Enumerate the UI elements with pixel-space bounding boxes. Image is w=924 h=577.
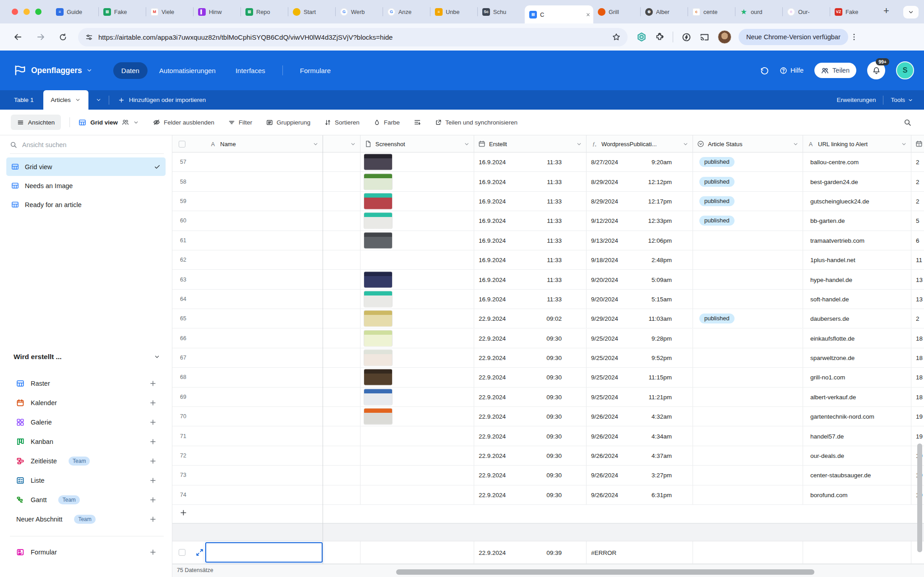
cell-name[interactable] bbox=[205, 388, 323, 406]
new-tab-button[interactable]: + bbox=[883, 5, 889, 17]
screenshot-thumbnail[interactable] bbox=[364, 213, 392, 229]
screenshot-thumbnail[interactable] bbox=[364, 174, 392, 189]
cell-article-status[interactable]: published bbox=[693, 211, 803, 230]
cell-wordpress-publication[interactable]: 9/26/20246:31pm bbox=[587, 485, 693, 504]
cell-name[interactable] bbox=[205, 446, 323, 465]
add-view-plus-icon[interactable] bbox=[149, 399, 157, 406]
cell-name[interactable] bbox=[205, 348, 323, 367]
cell-name[interactable] bbox=[205, 231, 323, 250]
add-or-import-table-button[interactable]: Hinzufügen oder importieren bbox=[109, 90, 215, 110]
cell-article-status[interactable]: published bbox=[693, 152, 803, 171]
browser-profile-avatar[interactable] bbox=[718, 30, 731, 44]
browser-tab[interactable]: ccente bbox=[688, 0, 735, 23]
cell-extra-date[interactable]: 2 bbox=[911, 172, 924, 191]
cell-url[interactable]: ballou-centre.com bbox=[803, 152, 911, 171]
column-chevron-icon[interactable] bbox=[683, 141, 688, 147]
column-chevron-icon[interactable] bbox=[313, 141, 319, 147]
cell-article-status[interactable] bbox=[693, 466, 803, 485]
share-button[interactable]: Teilen bbox=[814, 63, 856, 78]
screenshot-thumbnail[interactable] bbox=[364, 232, 392, 248]
column-chevron-icon[interactable] bbox=[350, 141, 356, 147]
cell-url[interactable]: einkaufsflotte.de bbox=[803, 329, 911, 348]
view-search[interactable] bbox=[10, 141, 164, 148]
cell-url[interactable]: center-staubsauger.de bbox=[803, 466, 911, 485]
cell-hidden-field[interactable] bbox=[323, 407, 360, 426]
screenshot-thumbnail[interactable] bbox=[364, 409, 392, 425]
cell-created[interactable]: 16.9.202411:33 bbox=[474, 290, 587, 309]
row-number[interactable]: 74 bbox=[172, 485, 205, 504]
cell-url[interactable]: hype-handel.de bbox=[803, 270, 911, 289]
cell-hidden-field[interactable] bbox=[323, 192, 360, 211]
cell-wordpress-publication[interactable]: 9/29/202411:03am bbox=[587, 309, 693, 328]
screenshot-thumbnail[interactable] bbox=[364, 369, 392, 385]
cell-name[interactable] bbox=[205, 152, 323, 171]
cell-hidden-field[interactable] bbox=[323, 211, 360, 230]
horizontal-scrollbar[interactable] bbox=[396, 569, 814, 575]
browser-tab[interactable]: ⊞Repo bbox=[241, 0, 288, 23]
nav-formulare[interactable]: Formulare bbox=[292, 62, 339, 79]
cell-hidden-field[interactable] bbox=[323, 250, 360, 269]
cell-name[interactable] bbox=[205, 368, 323, 387]
cell-hidden-field[interactable] bbox=[323, 172, 360, 191]
create-view-gantt[interactable]: GanttTeam bbox=[0, 490, 172, 509]
cell-created[interactable]: 22.9.202409:30 bbox=[474, 485, 587, 504]
cell-screenshot[interactable] bbox=[360, 388, 474, 406]
screenshot-thumbnail[interactable] bbox=[364, 291, 392, 307]
screenshot-thumbnail[interactable] bbox=[364, 154, 392, 170]
cell-article-status[interactable]: published bbox=[693, 309, 803, 328]
cell-article-status[interactable]: published bbox=[693, 192, 803, 211]
browser-tab[interactable]: ≡Unbe bbox=[430, 0, 477, 23]
cell-wordpress-publication[interactable]: 9/12/202412:33pm bbox=[587, 211, 693, 230]
row-number[interactable]: 60 bbox=[172, 211, 205, 230]
row-number[interactable]: 71 bbox=[172, 426, 205, 445]
add-view-plus-icon[interactable] bbox=[149, 438, 157, 445]
cell-screenshot[interactable] bbox=[360, 368, 474, 387]
select-all-checkbox[interactable] bbox=[179, 141, 185, 148]
cell-created[interactable]: 16.9.202411:33 bbox=[474, 231, 587, 250]
cell-name[interactable] bbox=[205, 309, 323, 328]
cell-hidden-field[interactable] bbox=[323, 270, 360, 289]
cell-screenshot[interactable] bbox=[360, 192, 474, 211]
row-number[interactable]: 66 bbox=[172, 329, 205, 348]
url-text[interactable]: https://airtable.com/appa3i7uwxquuz82n/t… bbox=[98, 33, 607, 41]
row-height-button[interactable] bbox=[414, 119, 421, 126]
cell-wordpress-publication[interactable]: 9/25/20249:28pm bbox=[587, 329, 693, 348]
create-view-galerie[interactable]: Galerie bbox=[0, 412, 172, 432]
row-number[interactable]: 72 bbox=[172, 446, 205, 465]
cell-extra-date[interactable]: 13 bbox=[911, 270, 924, 289]
extensions-puzzle-icon[interactable] bbox=[655, 32, 664, 42]
reload-button[interactable] bbox=[59, 33, 67, 42]
create-view-liste[interactable]: Liste bbox=[0, 471, 172, 490]
cell-hidden-field[interactable] bbox=[323, 541, 360, 563]
hide-fields-button[interactable]: Felder ausblenden bbox=[153, 119, 214, 126]
cell-created[interactable]: 16.9.202411:33 bbox=[474, 270, 587, 289]
cell-url[interactable]: our-deals.de bbox=[803, 446, 911, 465]
cell-article-status[interactable] bbox=[693, 329, 803, 348]
filter-button[interactable]: Filter bbox=[228, 119, 252, 126]
add-record-row[interactable] bbox=[172, 505, 924, 523]
vertical-scrollbar[interactable] bbox=[917, 443, 922, 552]
cell-screenshot[interactable] bbox=[360, 231, 474, 250]
browser-tab[interactable]: ○Our- bbox=[783, 0, 830, 23]
table-tab-articles[interactable]: Articles bbox=[43, 90, 88, 110]
cell-hidden-field[interactable] bbox=[323, 426, 360, 445]
cell-hidden-field[interactable] bbox=[323, 446, 360, 465]
column-header-url[interactable]: AURL linking to Alert bbox=[803, 135, 911, 152]
cell-hidden-field[interactable] bbox=[323, 231, 360, 250]
cell-screenshot[interactable] bbox=[360, 446, 474, 465]
cell-screenshot[interactable] bbox=[360, 172, 474, 191]
tools-link[interactable]: Tools bbox=[891, 97, 913, 103]
cell-hidden-field[interactable] bbox=[323, 329, 360, 348]
cell-extra-date[interactable]: 11 bbox=[911, 250, 924, 269]
extension-hexagon-icon[interactable] bbox=[637, 32, 647, 42]
cell-wordpress-publication[interactable]: 9/26/20243:27pm bbox=[587, 466, 693, 485]
workspace-title[interactable]: Openflaggers bbox=[31, 66, 82, 75]
browser-tab[interactable]: ⊕Alber bbox=[641, 0, 688, 23]
nav-automatisierungen[interactable]: Automatisierungen bbox=[151, 62, 224, 79]
column-header-extra[interactable]: 31 bbox=[911, 135, 924, 152]
cell-created[interactable]: 22.9.202409:30 bbox=[474, 466, 587, 485]
cell-article-status[interactable] bbox=[693, 541, 803, 563]
cell-hidden-field[interactable] bbox=[323, 368, 360, 387]
table-list-chevron-button[interactable] bbox=[88, 90, 109, 110]
cell-hidden-field[interactable] bbox=[323, 152, 360, 171]
